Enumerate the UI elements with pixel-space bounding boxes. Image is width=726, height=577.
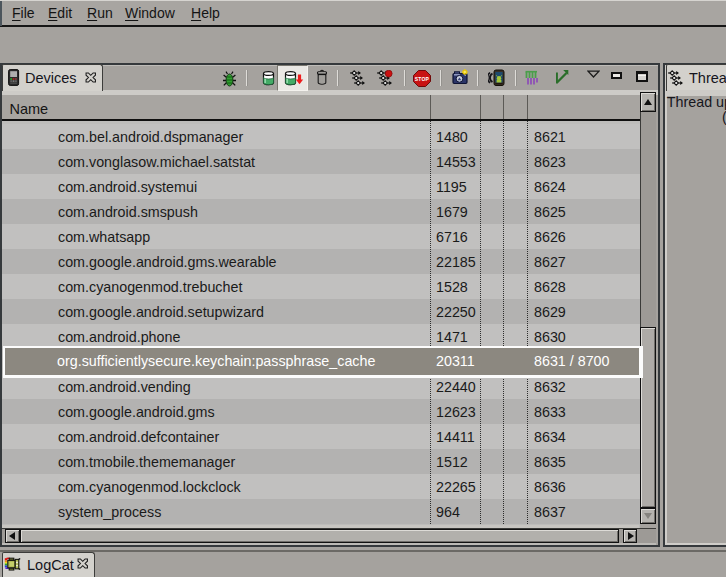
svg-text:STOP: STOP: [415, 76, 430, 82]
